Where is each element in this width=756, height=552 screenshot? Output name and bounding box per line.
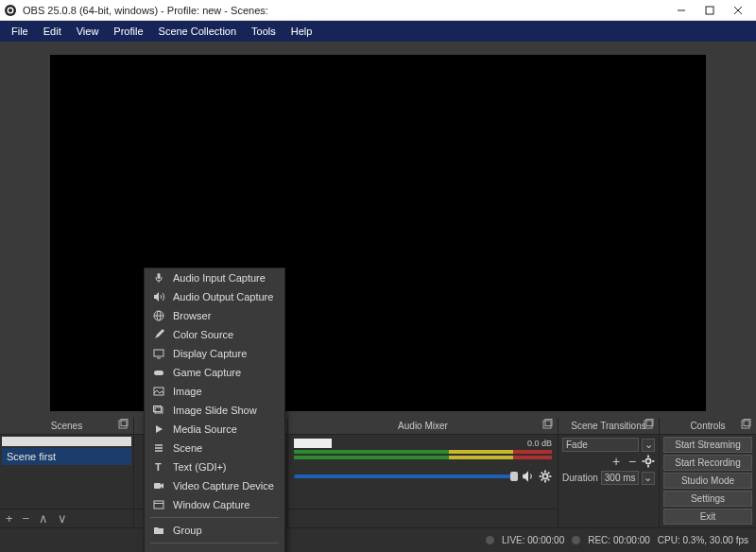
duration-label: Duration — [562, 473, 598, 483]
ctx-label: Audio Input Capture — [173, 272, 266, 284]
volume-slider[interactable] — [294, 474, 518, 478]
transition-dropdown-button[interactable]: ⌄ — [642, 439, 655, 452]
svg-text:T: T — [155, 461, 162, 473]
speaker-icon[interactable] — [522, 470, 535, 483]
rec-status-dot — [572, 536, 580, 544]
controls-header-label: Controls — [690, 421, 725, 431]
cpu-status-text: CPU: 0.3%, 30.00 fps — [658, 535, 748, 545]
duration-input[interactable] — [601, 471, 639, 485]
duration-stepper[interactable]: ⌄ — [642, 472, 655, 485]
popout-icon[interactable] — [541, 419, 555, 432]
transitions-body: Fade ⌄ + − Duration ⌄ — [558, 435, 659, 527]
maximize-button[interactable] — [696, 1, 724, 20]
add-source-context-menu: Audio Input Capture Audio Output Capture… — [144, 267, 285, 552]
menu-scene-collection[interactable]: Scene Collection — [151, 21, 245, 42]
camera-icon — [152, 479, 165, 492]
ctx-display-capture[interactable]: Display Capture — [145, 344, 284, 363]
ctx-media-source[interactable]: Media Source — [145, 420, 284, 439]
scenes-list[interactable]: Scene first — [0, 435, 133, 509]
gamepad-icon — [152, 366, 165, 379]
vu-meter — [294, 456, 552, 459]
ctx-separator — [150, 543, 279, 543]
ctx-label: Display Capture — [173, 348, 247, 359]
window-title: OBS 25.0.8 (64-bit, windows) - Profile: … — [23, 5, 667, 16]
svg-marker-19 — [156, 425, 163, 433]
move-down-button[interactable]: ∨ — [55, 511, 70, 526]
popout-icon[interactable] — [117, 419, 130, 432]
exit-button[interactable]: Exit — [663, 509, 752, 525]
ctx-color-source[interactable]: Color Source — [145, 325, 284, 344]
ctx-scene[interactable]: Scene — [145, 439, 284, 457]
ctx-image-slideshow[interactable]: Image Slide Show — [145, 401, 284, 420]
ctx-deprecated[interactable]: Deprecated — [145, 546, 284, 552]
controls-body: Start Streaming Start Recording Studio M… — [660, 435, 756, 527]
window-icon — [152, 498, 165, 511]
app-icon — [4, 4, 17, 17]
mixer-header-label: Audio Mixer — [398, 421, 448, 431]
gear-icon[interactable] — [539, 470, 552, 483]
ctx-label: Audio Output Capture — [173, 291, 273, 302]
svg-line-40 — [541, 473, 543, 474]
gear-icon[interactable] — [642, 455, 655, 468]
add-scene-button[interactable]: + — [3, 511, 16, 526]
ctx-group[interactable]: Group — [145, 521, 284, 540]
ctx-browser[interactable]: Browser — [145, 306, 284, 325]
start-recording-button[interactable]: Start Recording — [663, 455, 752, 471]
add-transition-button[interactable]: + — [610, 455, 623, 468]
svg-point-2 — [9, 9, 12, 12]
move-up-button[interactable]: ∧ — [36, 511, 51, 526]
image-icon — [152, 385, 165, 398]
svg-line-42 — [548, 473, 550, 474]
mixer-db-label: 0.0 dB — [527, 439, 552, 448]
ctx-label: Image — [173, 386, 202, 397]
close-button[interactable] — [724, 1, 752, 20]
menubar: File Edit View Profile Scene Collection … — [0, 21, 756, 42]
transition-select[interactable]: Fade — [562, 438, 639, 452]
menu-profile[interactable]: Profile — [106, 21, 150, 42]
ctx-video-capture-device[interactable]: Video Capture Device — [145, 476, 284, 495]
menu-tools[interactable]: Tools — [244, 21, 284, 42]
svg-rect-4 — [706, 7, 713, 14]
list-icon — [152, 441, 165, 455]
svg-marker-34 — [523, 471, 528, 482]
svg-rect-32 — [543, 421, 551, 428]
ctx-image[interactable]: Image — [145, 382, 284, 401]
remove-transition-button[interactable]: − — [626, 455, 639, 468]
controls-header: Controls — [660, 418, 756, 435]
statusbar: LIVE: 00:00:00 REC: 00:00:00 CPU: 0.3%, … — [0, 527, 756, 552]
start-streaming-button[interactable]: Start Streaming — [663, 437, 752, 453]
audio-mixer-panel: Audio Mixer 0.0 dB — [288, 418, 558, 527]
panels-area: Scenes Scene first + − ∧ ∨ Sources Audio… — [0, 418, 756, 527]
svg-marker-9 — [154, 292, 159, 302]
ctx-audio-output-capture[interactable]: Audio Output Capture — [145, 287, 284, 306]
ctx-separator — [150, 517, 279, 518]
ctx-label: Text (GDI+) — [173, 461, 227, 473]
svg-line-41 — [548, 479, 550, 481]
ctx-window-capture[interactable]: Window Capture — [145, 495, 284, 514]
menu-view[interactable]: View — [69, 21, 107, 42]
menu-help[interactable]: Help — [284, 21, 320, 42]
ctx-game-capture[interactable]: Game Capture — [145, 363, 284, 382]
svg-point-35 — [542, 474, 547, 478]
menu-file[interactable]: File — [4, 21, 36, 42]
popout-icon[interactable] — [740, 419, 753, 432]
settings-button[interactable]: Settings — [663, 491, 752, 507]
ctx-label: Browser — [173, 310, 211, 321]
ctx-text-gdi[interactable]: T Text (GDI+) — [145, 457, 284, 476]
menu-edit[interactable]: Edit — [36, 21, 69, 42]
svg-line-43 — [541, 479, 543, 481]
ctx-audio-input-capture[interactable]: Audio Input Capture — [145, 268, 284, 287]
live-status-text: LIVE: 00:00:00 — [502, 535, 564, 545]
scene-unnamed[interactable] — [2, 437, 131, 446]
popout-icon[interactable] — [643, 419, 656, 432]
svg-rect-13 — [154, 350, 163, 356]
slider-thumb[interactable] — [510, 472, 518, 481]
remove-scene-button[interactable]: − — [20, 511, 33, 526]
minimize-button[interactable] — [667, 1, 696, 20]
live-status-dot — [486, 536, 494, 544]
globe-icon — [152, 309, 165, 322]
text-icon: T — [152, 460, 165, 474]
studio-mode-button[interactable]: Studio Mode — [663, 473, 752, 489]
scene-item-active[interactable]: Scene first — [2, 448, 131, 465]
ctx-label: Game Capture — [173, 367, 241, 378]
